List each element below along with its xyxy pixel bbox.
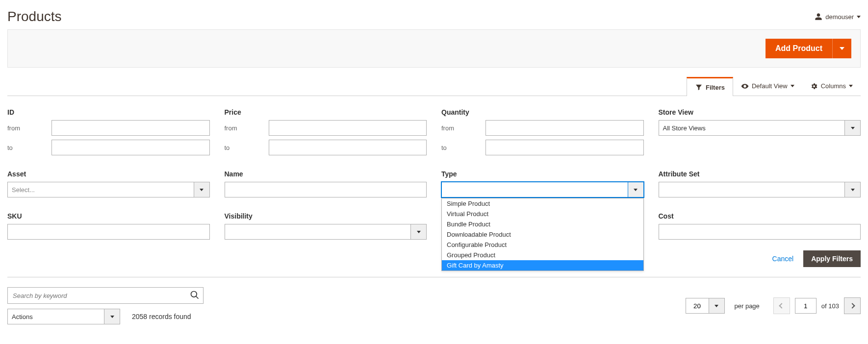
id-from-input[interactable] [51,120,210,136]
page-size-input[interactable] [686,298,709,314]
store-view-select[interactable]: All Store Views [659,120,845,136]
svg-line-1 [196,296,199,299]
type-dropdown: Simple Product Virtual Product Bundle Pr… [441,198,644,271]
type-option-grouped[interactable]: Grouped Product [442,250,643,260]
name-label: Name [225,170,427,178]
current-page-input[interactable] [795,298,817,314]
page-of-text: of 103 [821,302,839,310]
gear-icon [810,82,818,90]
price-label: Price [225,108,427,116]
chevron-down-icon [849,85,853,87]
search-input[interactable] [7,287,204,304]
records-found: 2058 records found [132,313,191,320]
attribute-set-select[interactable] [659,182,845,197]
user-icon [815,13,822,21]
chevron-down-icon [840,47,844,50]
type-option-configurable[interactable]: Configurable Product [442,240,643,250]
chevron-down-icon [634,189,638,191]
price-to-input[interactable] [269,140,427,155]
add-product-button[interactable]: Add Product [766,39,832,58]
sku-input[interactable] [7,224,210,240]
quantity-from-input[interactable] [485,120,644,136]
type-option-simple[interactable]: Simple Product [442,198,643,209]
quantity-to-input[interactable] [485,140,644,155]
filters-toggle[interactable]: Filters [687,77,733,96]
type-option-virtual[interactable]: Virtual Product [442,209,643,219]
eye-icon [741,82,749,90]
price-to-label: to [225,144,264,151]
quantity-label: Quantity [441,108,644,116]
prev-page-button[interactable] [773,297,790,314]
user-menu[interactable]: demouser [815,13,861,21]
funnel-icon [695,83,703,91]
sku-label: SKU [7,212,210,220]
chevron-down-icon [715,305,718,307]
type-option-bundle[interactable]: Bundle Product [442,219,643,229]
chevron-down-icon [857,16,861,18]
default-view-label: Default View [752,82,788,90]
svg-point-0 [191,292,197,297]
store-view-label: Store View [659,108,861,116]
name-input[interactable] [225,182,427,197]
chevron-down-icon [417,231,421,233]
chevron-down-icon [851,127,855,129]
cost-input[interactable] [659,224,861,240]
cancel-link[interactable]: Cancel [772,255,794,263]
default-view-toggle[interactable]: Default View [733,76,802,96]
filters-label: Filters [706,84,725,91]
price-from-label: from [225,124,264,132]
chevron-right-icon [849,303,855,308]
asset-label: Asset [7,170,210,178]
chevron-down-icon [200,189,204,191]
add-product-dropdown-toggle[interactable] [832,39,851,58]
type-select-toggle[interactable] [628,182,644,197]
id-from-label: from [7,124,47,132]
type-select[interactable] [441,182,628,197]
quantity-to-label: to [441,144,481,151]
price-from-input[interactable] [269,120,427,136]
asset-select-toggle[interactable] [194,182,210,197]
asset-select[interactable]: Select... [7,182,194,197]
records-count: 2058 [132,313,147,320]
chevron-down-icon [851,189,855,191]
apply-filters-button[interactable]: Apply Filters [803,250,861,267]
next-page-button[interactable] [844,297,861,314]
records-text: records found [149,313,191,320]
id-to-label: to [7,144,47,151]
columns-label: Columns [821,82,846,90]
type-option-giftcard[interactable]: Gift Card by Amasty [442,260,643,270]
id-to-input[interactable] [51,140,210,155]
visibility-select[interactable] [225,224,411,240]
quantity-from-label: from [441,124,481,132]
user-name: demouser [825,13,854,21]
bulk-actions-select[interactable]: Actions [7,309,104,324]
chevron-down-icon [110,316,114,318]
cost-label: Cost [659,212,861,220]
page-title: Products [7,9,62,25]
chevron-left-icon [779,303,784,308]
search-button[interactable] [190,290,201,301]
attribute-set-select-toggle[interactable] [845,182,861,197]
type-label: Type [441,170,644,178]
visibility-select-toggle[interactable] [411,224,427,240]
attribute-set-label: Attribute Set [659,170,861,178]
page-size-toggle[interactable] [709,298,725,314]
bulk-actions-toggle[interactable] [104,309,120,324]
id-label: ID [7,108,210,116]
type-option-downloadable[interactable]: Downloadable Product [442,229,643,240]
per-page-label: per page [735,302,760,310]
chevron-down-icon [791,85,794,87]
columns-toggle[interactable]: Columns [802,76,861,96]
search-icon [190,290,200,300]
store-view-select-toggle[interactable] [845,120,861,136]
visibility-label: Visibility [225,212,427,220]
